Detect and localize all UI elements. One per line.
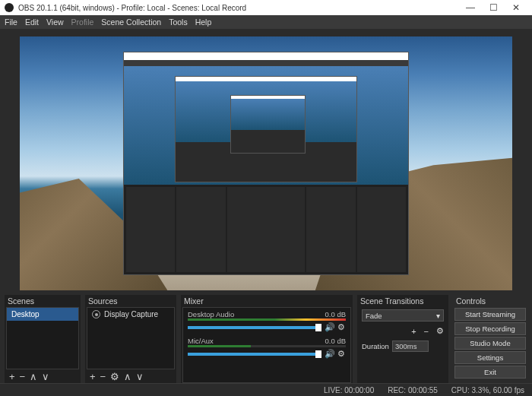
menubar: File Edit View Profile Scene Collection … [0, 15, 532, 29]
mixer-channel: Desktop Audio 0.0 dB 🔊 ⚙ [183, 308, 350, 334]
start-streaming-button[interactable]: Start Streaming [454, 308, 526, 321]
duration-input[interactable] [392, 341, 429, 352]
sources-title: Sources [85, 295, 176, 307]
sources-list[interactable]: Display Capture [87, 307, 175, 369]
controls-title: Controls [453, 295, 527, 307]
app-icon [5, 3, 14, 12]
menu-help[interactable]: Help [195, 17, 212, 27]
transitions-title: Scene Transitions [357, 295, 448, 307]
menu-profile[interactable]: Profile [71, 17, 94, 27]
nested-window [123, 52, 409, 275]
mixer-channel-name: Desktop Audio [188, 310, 234, 318]
speaker-icon[interactable]: 🔊 [325, 349, 334, 359]
titlebar: OBS 20.1.1 (64bit, windows) - Profile: L… [0, 0, 532, 15]
status-cpu: CPU: 3.3%, 60.00 fps [451, 386, 524, 394]
source-remove-icon[interactable]: − [100, 371, 106, 382]
transition-selected: Fade [366, 312, 382, 320]
chevron-down-icon: ▾ [436, 312, 440, 320]
mixer-panel: Mixer Desktop Audio 0.0 dB 🔊 ⚙ Mic/Aux 0… [181, 295, 353, 383]
source-add-icon[interactable]: + [90, 371, 96, 382]
audio-meter [188, 318, 346, 321]
source-down-icon[interactable]: ∨ [136, 371, 144, 382]
duration-label: Duration [362, 342, 389, 350]
source-item[interactable]: Display Capture [87, 308, 174, 321]
mixer-title: Mixer [181, 295, 353, 307]
bottom-panels: Scenes Desktop + − ∧ ∨ Sources Display C… [0, 295, 532, 383]
menu-scene-collection[interactable]: Scene Collection [101, 17, 161, 27]
scene-remove-icon[interactable]: − [20, 371, 26, 382]
scene-add-icon[interactable]: + [9, 371, 15, 382]
transition-select[interactable]: Fade ▾ [362, 309, 444, 322]
volume-slider[interactable] [188, 353, 321, 356]
source-up-icon[interactable]: ∧ [124, 371, 131, 382]
menu-tools[interactable]: Tools [169, 17, 188, 27]
menu-edit[interactable]: Edit [25, 17, 39, 27]
statusbar: LIVE: 00:00:00 REC: 00:00:55 CPU: 3.3%, … [0, 383, 532, 396]
channel-settings-icon[interactable]: ⚙ [337, 349, 346, 359]
mixer-body: Desktop Audio 0.0 dB 🔊 ⚙ Mic/Aux 0.0 dB [182, 307, 351, 383]
transition-settings-icon[interactable]: ⚙ [436, 326, 444, 336]
scene-up-icon[interactable]: ∧ [30, 371, 37, 382]
mixer-channel: Mic/Aux 0.0 dB 🔊 ⚙ [183, 334, 350, 361]
transitions-panel: Scene Transitions Fade ▾ + − ⚙ Duration [357, 295, 448, 383]
status-rec: REC: 00:00:55 [388, 386, 438, 394]
channel-settings-icon[interactable]: ⚙ [337, 322, 346, 332]
source-settings-icon[interactable]: ⚙ [110, 371, 119, 382]
controls-panel: Controls Start Streaming Stop Recording … [453, 295, 527, 383]
mixer-channel-name: Mic/Aux [188, 337, 214, 345]
transition-remove-icon[interactable]: − [424, 327, 429, 336]
mixer-channel-level: 0.0 dB [325, 337, 346, 345]
exit-button[interactable]: Exit [454, 366, 526, 379]
transition-add-icon[interactable]: + [411, 327, 416, 336]
status-live: LIVE: 00:00:00 [324, 386, 374, 394]
maximize-button[interactable]: ☐ [482, 2, 505, 13]
sources-panel: Sources Display Capture + − ⚙ ∧ ∨ [85, 295, 176, 383]
audio-meter [188, 345, 346, 347]
scene-item[interactable]: Desktop [7, 308, 78, 321]
speaker-icon[interactable]: 🔊 [325, 322, 334, 332]
preview-canvas[interactable] [20, 36, 512, 290]
studio-mode-button[interactable]: Studio Mode [454, 337, 526, 350]
scene-down-icon[interactable]: ∨ [42, 371, 49, 382]
source-item-label: Display Capture [104, 310, 158, 318]
visibility-icon[interactable] [92, 310, 100, 318]
settings-button[interactable]: Settings [454, 351, 526, 364]
scenes-panel: Scenes Desktop + − ∧ ∨ [5, 295, 81, 383]
window-title: OBS 20.1.1 (64bit, windows) - Profile: L… [18, 4, 246, 12]
menu-view[interactable]: View [46, 17, 64, 27]
minimize-button[interactable]: — [459, 2, 482, 13]
scenes-list[interactable]: Desktop [6, 307, 79, 369]
mixer-channel-level: 0.0 dB [325, 310, 346, 318]
menu-file[interactable]: File [5, 17, 17, 27]
preview-area [0, 29, 532, 295]
volume-slider[interactable] [188, 326, 321, 329]
scenes-title: Scenes [5, 295, 81, 307]
stop-recording-button[interactable]: Stop Recording [454, 322, 526, 335]
close-button[interactable]: ✕ [505, 2, 527, 13]
